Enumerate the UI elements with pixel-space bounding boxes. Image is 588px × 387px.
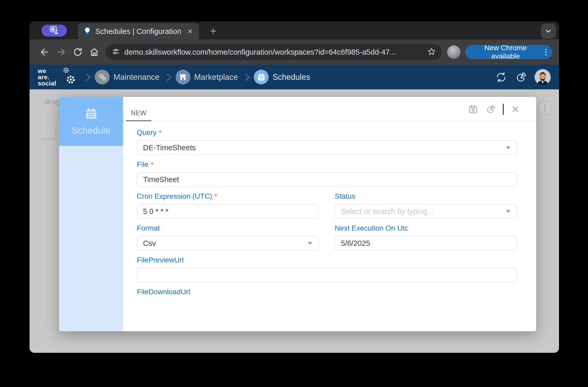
- file-download-url-label: FileDownloadUrl: [137, 288, 517, 296]
- modal-header: NEW: [123, 97, 536, 121]
- modal-sidebar: Schedule: [59, 97, 123, 331]
- breadcrumb-label[interactable]: Marketplace: [194, 73, 238, 82]
- modal-content: NEW: [123, 97, 536, 331]
- tab-strip-chevron-down-icon[interactable]: [541, 24, 556, 39]
- home-icon[interactable]: [86, 44, 103, 60]
- browser-profile-avatar[interactable]: [447, 45, 461, 59]
- reload-icon[interactable]: [69, 44, 86, 60]
- format-combobox[interactable]: Csv: [137, 236, 319, 250]
- calendar-icon: [85, 107, 98, 121]
- close-icon[interactable]: [511, 105, 520, 114]
- address-bar[interactable]: demo.skillsworkflow.com/home/configurati…: [106, 44, 442, 60]
- gears-icon: [95, 70, 110, 84]
- logo-gear-large-icon: [66, 75, 76, 85]
- breadcrumb-marketplace[interactable]: Marketplace: [176, 70, 238, 84]
- table-grid-line: [56, 124, 56, 139]
- lightbulb-favicon: [83, 26, 92, 36]
- drag-hint-text: drag: [45, 97, 60, 106]
- screen-person-icon: [48, 26, 60, 35]
- breadcrumb-label[interactable]: Maintenance: [113, 73, 160, 82]
- file-input[interactable]: [137, 172, 517, 187]
- file-preview-url-field: FilePreviewUrl: [137, 256, 517, 282]
- file-label: File *: [137, 160, 517, 169]
- tab-title: Schedules | Configuration: [95, 27, 183, 36]
- required-marker: *: [151, 161, 153, 169]
- bookmark-star-icon[interactable]: [427, 47, 436, 57]
- back-icon[interactable]: [36, 44, 53, 60]
- page-background: drag: [30, 89, 559, 353]
- new-tab-button[interactable]: [207, 25, 219, 37]
- breadcrumb-chevron-icon: [163, 73, 171, 81]
- required-marker: *: [214, 192, 217, 200]
- next-execution-field: Next Execution On Utc: [335, 224, 517, 250]
- browser-menu-kebab-icon[interactable]: [542, 46, 550, 58]
- user-avatar[interactable]: [535, 69, 551, 85]
- storefront-icon: [176, 70, 190, 84]
- schedule-modal: Schedule NEW: [59, 97, 536, 331]
- pie-chart-icon[interactable]: [485, 104, 496, 114]
- breadcrumb-chevron-icon: [83, 73, 91, 81]
- chrome-update-label: New Chrome available: [471, 44, 540, 60]
- file-download-url-field: FileDownloadUrl: [137, 288, 517, 296]
- format-label: Format: [137, 224, 319, 232]
- profile-pill-button[interactable]: [41, 25, 67, 37]
- modal-sidebar-header: Schedule: [59, 97, 123, 146]
- query-combobox[interactable]: DE-TimeSheets: [137, 140, 517, 155]
- site-settings-icon[interactable]: [111, 47, 120, 57]
- file-preview-url-label: FilePreviewUrl: [137, 256, 517, 264]
- schedule-form: Query * DE-TimeSheets File *: [123, 121, 536, 302]
- next-execution-input[interactable]: [335, 236, 517, 250]
- forward-icon[interactable]: [53, 44, 69, 60]
- format-field: Format Csv: [137, 224, 319, 250]
- file-field: File *: [137, 160, 517, 187]
- chevron-down-icon: [506, 210, 511, 213]
- breadcrumb-label[interactable]: Schedules: [273, 73, 310, 82]
- breadcrumb-chevron-icon: [242, 73, 250, 81]
- table-grid-line: [42, 139, 56, 139]
- query-field: Query * DE-TimeSheets: [137, 128, 517, 155]
- page-kebab-menu-icon[interactable]: [538, 102, 551, 114]
- breadcrumb-maintenance[interactable]: Maintenance: [95, 70, 160, 84]
- status-combobox[interactable]: Select or search by typing...: [335, 204, 517, 219]
- app-navbar: we are. social: [30, 65, 559, 89]
- next-execution-label: Next Execution On Utc: [335, 224, 517, 232]
- chevron-down-icon: [308, 242, 312, 245]
- file-preview-url-input[interactable]: [137, 268, 517, 282]
- modal-sidebar-title: Schedule: [72, 125, 111, 136]
- save-icon[interactable]: [468, 104, 478, 114]
- tab-close-icon[interactable]: [187, 28, 194, 35]
- required-marker: *: [159, 129, 161, 137]
- browser-tab[interactable]: Schedules | Configuration: [78, 23, 199, 39]
- calendar-icon: [254, 70, 269, 84]
- cron-label: Cron Expression (UTC) *: [137, 192, 319, 200]
- query-label: Query *: [137, 128, 517, 137]
- url-text[interactable]: demo.skillsworkflow.com/home/configurati…: [124, 48, 423, 56]
- status-field: Status Select or search by typing...: [335, 192, 517, 219]
- tab-strip: Schedules | Configuration: [30, 22, 559, 39]
- browser-toolbar: demo.skillsworkflow.com/home/configurati…: [30, 39, 559, 65]
- chevron-down-icon: [506, 146, 511, 149]
- header-divider: [503, 104, 504, 115]
- tab-new[interactable]: NEW: [126, 106, 151, 121]
- cron-input[interactable]: [137, 204, 319, 219]
- breadcrumb-schedules[interactable]: Schedules: [254, 70, 310, 84]
- logo-gear-small-icon: [63, 67, 69, 75]
- pie-chart-icon[interactable]: [515, 71, 527, 83]
- logo-line-1: we: [38, 68, 79, 74]
- status-label: Status: [335, 192, 517, 200]
- sync-icon[interactable]: [495, 71, 507, 83]
- we-are-social-logo[interactable]: we are. social: [38, 68, 79, 87]
- chrome-update-button[interactable]: New Chrome available: [465, 45, 552, 59]
- cron-field: Cron Expression (UTC) *: [137, 192, 319, 219]
- browser-window: Schedules | Configuration: [30, 22, 559, 353]
